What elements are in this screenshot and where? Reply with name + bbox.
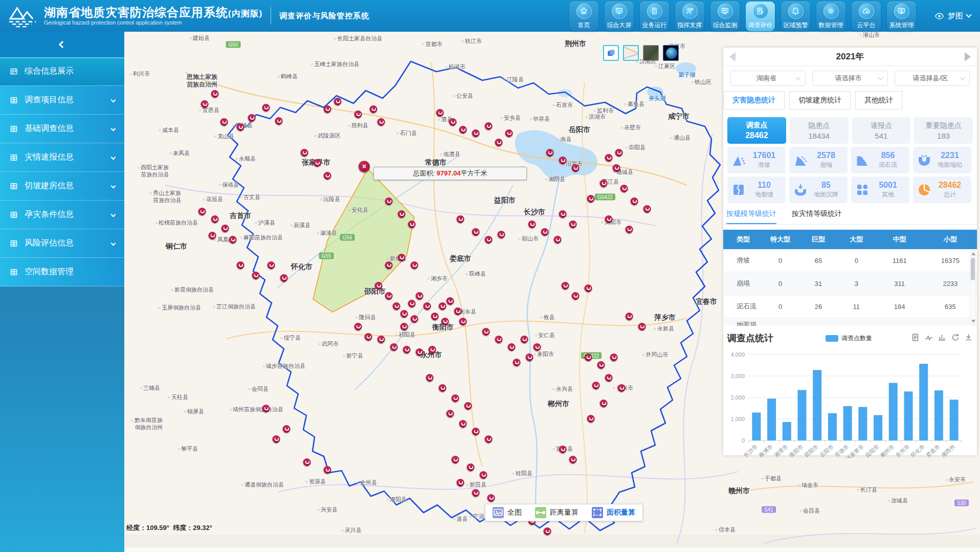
table-row[interactable]: 泥石流02611184635 xyxy=(723,295,977,318)
hazard-point-marker[interactable] xyxy=(408,300,416,307)
hazard-point-marker[interactable] xyxy=(480,471,487,479)
bar-常德市[interactable] xyxy=(843,406,852,440)
hazard-point-marker[interactable] xyxy=(439,384,447,392)
hazard-point-marker[interactable] xyxy=(559,210,567,218)
stat-tab[interactable]: 其他统计 xyxy=(855,91,902,109)
hazard-point-marker[interactable] xyxy=(385,292,393,300)
hazard-point-marker[interactable] xyxy=(201,100,209,108)
hazard-point-marker[interactable] xyxy=(482,328,490,336)
hazard-point-marker[interactable] xyxy=(385,197,393,205)
hazard-point-marker[interactable] xyxy=(626,313,633,320)
hazard-point-marker[interactable] xyxy=(377,118,385,126)
hazard-point-marker[interactable] xyxy=(398,254,406,261)
hazard-point-marker[interactable] xyxy=(385,261,393,269)
bar-郴州市[interactable] xyxy=(889,383,898,440)
map-tool-full[interactable]: 全图 xyxy=(493,507,522,518)
hazard-point-marker[interactable] xyxy=(572,292,580,300)
hazard-point-marker[interactable] xyxy=(643,205,651,213)
hazard-point-marker[interactable] xyxy=(431,313,439,320)
table-row[interactable]: 地面塌陷07593951752 xyxy=(723,318,977,326)
hazard-point-marker[interactable] xyxy=(262,104,270,112)
layers-button[interactable] xyxy=(603,45,619,61)
bar-张家界市[interactable] xyxy=(858,407,867,440)
bar-株洲市[interactable] xyxy=(767,399,776,440)
scroll-down-icon[interactable] xyxy=(971,320,975,323)
bar-衡阳市[interactable] xyxy=(798,390,807,440)
measure-close-marker[interactable]: × xyxy=(359,161,370,172)
sidebar-item[interactable]: 孕灾条件信息 xyxy=(0,201,124,229)
hazard-point-marker[interactable] xyxy=(426,374,434,382)
hazard-point-marker[interactable] xyxy=(449,118,457,126)
hazard-point-marker[interactable] xyxy=(452,456,459,463)
region-select-1[interactable]: 请选择市 xyxy=(812,71,887,86)
hazard-point-marker[interactable] xyxy=(459,318,467,325)
hazard-point-marker[interactable] xyxy=(600,180,608,187)
hazard-point-marker[interactable] xyxy=(495,336,503,343)
hazard-point-marker[interactable] xyxy=(626,226,633,233)
hazard-point-marker[interactable] xyxy=(546,149,554,157)
hazard-point-marker[interactable] xyxy=(495,139,503,146)
hazard-point-marker[interactable] xyxy=(354,323,362,330)
hazard-point-marker[interactable] xyxy=(275,117,283,125)
hazard-point-marker[interactable] xyxy=(398,210,406,218)
hazard-point-marker[interactable] xyxy=(237,123,244,131)
hazard-point-marker[interactable] xyxy=(209,232,216,239)
hazard-point-marker[interactable] xyxy=(452,394,459,402)
hazard-point-marker[interactable] xyxy=(273,435,280,443)
hazard-point-marker[interactable] xyxy=(457,215,464,223)
hazard-point-marker[interactable] xyxy=(301,149,308,157)
hazard-point-marker[interactable] xyxy=(605,215,613,223)
hazard-card-land[interactable]: 17601滑坡 xyxy=(727,147,786,173)
hazard-point-marker[interactable] xyxy=(508,343,516,351)
hazard-point-marker[interactable] xyxy=(211,90,219,98)
hazard-card-fall[interactable]: 2578崩塌 xyxy=(789,147,848,173)
hazard-point-marker[interactable] xyxy=(585,354,592,361)
table-scrollbar[interactable] xyxy=(970,250,976,325)
hazard-point-marker[interactable] xyxy=(562,282,569,290)
hazard-point-marker[interactable] xyxy=(472,489,480,497)
stat-tab[interactable]: 切坡建房统计 xyxy=(789,91,851,109)
nav-item-alert[interactable]: 区域预警 xyxy=(781,2,810,31)
hazard-point-marker[interactable] xyxy=(610,354,618,361)
sidebar-item[interactable]: 风险评估信息 xyxy=(0,229,124,258)
hazard-card-crack[interactable]: 110地裂缝 xyxy=(727,176,786,203)
hazard-point-marker[interactable] xyxy=(528,220,536,228)
hazard-point-marker[interactable] xyxy=(400,310,408,318)
hazard-point-marker[interactable] xyxy=(429,346,436,354)
stat-card[interactable]: 隐患点18434 xyxy=(790,117,849,144)
hazard-point-marker[interactable] xyxy=(585,284,592,292)
hazard-point-marker[interactable] xyxy=(303,458,311,466)
hazard-card-sink1[interactable]: 2231地面塌陷 xyxy=(913,147,971,173)
hazard-point-marker[interactable] xyxy=(439,302,447,310)
sidebar-item[interactable]: 综合信息展示 xyxy=(0,57,124,86)
hazard-point-marker[interactable] xyxy=(400,323,408,330)
bar-娄底市[interactable] xyxy=(934,390,943,440)
bar-益阳市[interactable] xyxy=(874,415,882,440)
hazard-point-marker[interactable] xyxy=(441,318,449,325)
map-tool-dist[interactable]: 距离量算 xyxy=(535,507,578,518)
hazard-point-marker[interactable] xyxy=(354,111,362,118)
bar-岳阳市[interactable] xyxy=(828,413,837,440)
hazard-point-marker[interactable] xyxy=(390,343,398,351)
hazard-point-marker[interactable] xyxy=(559,446,567,453)
hazard-point-marker[interactable] xyxy=(375,282,383,290)
hazard-point-marker[interactable] xyxy=(615,149,623,157)
hazard-point-marker[interactable] xyxy=(613,164,620,172)
download-icon[interactable] xyxy=(964,333,973,344)
hazard-point-marker[interactable] xyxy=(324,172,331,180)
hazard-point-marker[interactable] xyxy=(572,164,580,172)
hazard-card-sink2[interactable]: 85地面沉降 xyxy=(789,176,848,203)
nav-item-cloud[interactable]: 云平台 xyxy=(852,2,881,31)
sidebar-item[interactable]: 灾情速报信息 xyxy=(0,143,124,172)
hazard-point-marker[interactable] xyxy=(587,415,595,423)
hazard-point-marker[interactable] xyxy=(464,402,472,410)
hazard-point-marker[interactable] xyxy=(472,129,480,137)
hazard-point-marker[interactable] xyxy=(459,420,467,428)
sidebar-item[interactable]: 调查项目信息 xyxy=(0,86,124,115)
bar-长沙市[interactable] xyxy=(752,412,761,440)
hazard-point-marker[interactable] xyxy=(554,236,562,244)
next-year-button[interactable] xyxy=(965,52,971,61)
hazard-point-marker[interactable] xyxy=(268,261,275,269)
hazard-card-pie[interactable]: 28462总计 xyxy=(913,176,971,203)
hazard-point-marker[interactable] xyxy=(620,185,628,192)
